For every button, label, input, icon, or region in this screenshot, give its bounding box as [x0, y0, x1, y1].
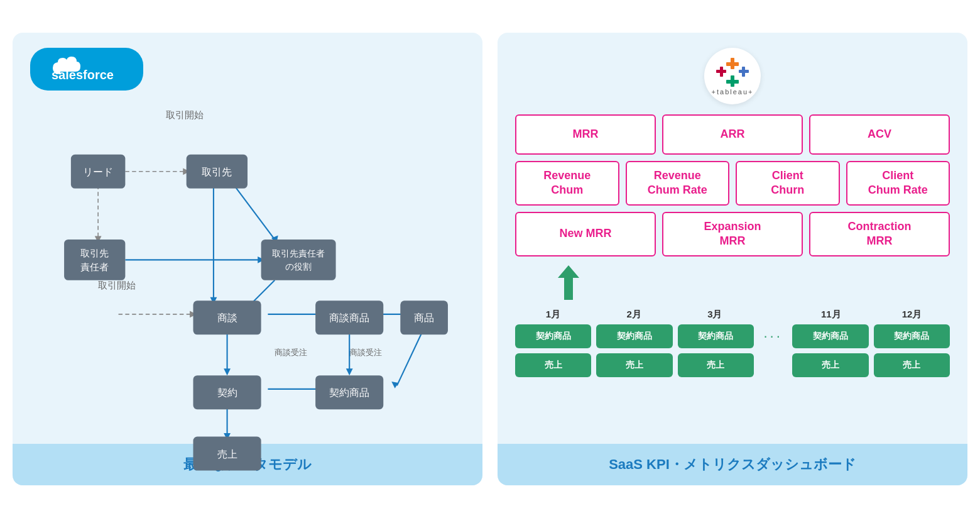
svg-rect-40	[261, 240, 336, 280]
svg-text:salesforce: salesforce	[52, 68, 114, 82]
svg-marker-24	[346, 368, 353, 375]
svg-rect-62	[726, 80, 739, 84]
svg-line-27	[397, 328, 424, 386]
svg-text:商品: 商品	[414, 312, 434, 323]
sales-12: 売上	[874, 353, 950, 377]
svg-text:商談: 商談	[217, 312, 237, 323]
contract-12: 契約商品	[874, 324, 950, 348]
contract-row: 契約商品 契約商品 契約商品 ··· 契約商品 契約商品	[515, 324, 950, 348]
timeline-section: 1月 2月 3月 11月 12月 契約商品 契約商品 契約商品 ··· 契約商品…	[515, 309, 950, 377]
sales-row: 売上 売上 売上 ··· 売上 売上	[515, 353, 950, 377]
svg-text:商談商品: 商談商品	[329, 312, 369, 323]
svg-rect-60	[716, 70, 726, 73]
month-12: 12月	[874, 309, 950, 321]
month-3: 3月	[677, 309, 753, 321]
svg-rect-58	[739, 70, 749, 73]
svg-text:取引先: 取引先	[80, 248, 109, 258]
tableau-logo-area: +tableau+	[515, 48, 950, 104]
kpi-acv: ACV	[809, 114, 950, 155]
right-panel: +tableau+ MRR ARR ACV RevenueChum Revenu…	[498, 33, 967, 485]
kpi-revenue-chum-rate: RevenueChum Rate	[626, 161, 730, 206]
kpi-new-mrr: New MRR	[515, 212, 656, 256]
svg-text:商談受注: 商談受注	[349, 348, 382, 357]
kpi-grid: MRR ARR ACV RevenueChum RevenueChum Rate…	[515, 114, 950, 436]
contract-11: 契約商品	[792, 324, 868, 348]
contract-3: 契約商品	[678, 324, 754, 348]
svg-text:契約商品: 契約商品	[329, 387, 369, 398]
sales-2: 売上	[596, 353, 672, 377]
svg-text:責任者: 責任者	[80, 262, 109, 272]
svg-rect-56	[726, 62, 739, 66]
salesforce-logo: salesforce	[30, 48, 143, 91]
svg-text:取引先: 取引先	[202, 166, 232, 177]
svg-text:取引先責任者: 取引先責任者	[272, 248, 325, 258]
main-container: salesforce 取引開始 取引開始	[13, 33, 967, 485]
month-2: 2月	[596, 309, 672, 321]
up-arrow-container	[515, 265, 950, 300]
kpi-row-2: RevenueChum RevenueChum Rate ClientChurn…	[515, 161, 950, 206]
left-panel: salesforce 取引開始 取引開始	[13, 33, 482, 485]
svg-text:の役割: の役割	[285, 262, 312, 272]
kpi-expansion-mrr: ExpansionMRR	[662, 212, 803, 256]
svg-marker-21	[224, 368, 231, 375]
svg-rect-37	[64, 240, 125, 280]
svg-text:取引開始: 取引開始	[166, 109, 204, 120]
flow-diagram: 取引開始 取引開始	[30, 103, 465, 444]
contract-1: 契約商品	[515, 324, 591, 348]
kpi-mrr: MRR	[515, 114, 656, 155]
sales-11: 売上	[792, 353, 868, 377]
right-footer: SaaS KPI・メトリクスダッシュボード	[498, 444, 967, 485]
kpi-client-chum-rate: ClientChum Rate	[846, 161, 950, 206]
svg-text:リード: リード	[83, 166, 113, 177]
kpi-contraction-mrr: ContractionMRR	[809, 212, 950, 256]
svg-marker-63	[558, 265, 579, 300]
svg-text:売上: 売上	[217, 448, 237, 460]
sales-1: 売上	[515, 353, 591, 377]
contract-dots: ···	[759, 324, 787, 348]
svg-text:商談受注: 商談受注	[275, 348, 307, 357]
svg-line-7	[234, 185, 275, 240]
right-footer-text: SaaS KPI・メトリクスダッシュボード	[609, 456, 856, 472]
month-11: 11月	[793, 309, 869, 321]
svg-text:契約: 契約	[217, 387, 237, 398]
kpi-row-3: New MRR ExpansionMRR ContractionMRR	[515, 212, 950, 256]
kpi-arr: ARR	[662, 114, 803, 155]
svg-text:取引開始: 取引開始	[98, 280, 136, 290]
kpi-revenue-chum: RevenueChum	[515, 161, 619, 206]
tableau-logo: +tableau+	[704, 48, 761, 104]
sales-3: 売上	[678, 353, 754, 377]
month-1: 1月	[515, 309, 591, 321]
kpi-row-1: MRR ARR ACV	[515, 114, 950, 155]
contract-2: 契約商品	[596, 324, 672, 348]
kpi-client-churn: ClientChurn	[736, 161, 840, 206]
sales-dots: ···	[759, 353, 787, 377]
